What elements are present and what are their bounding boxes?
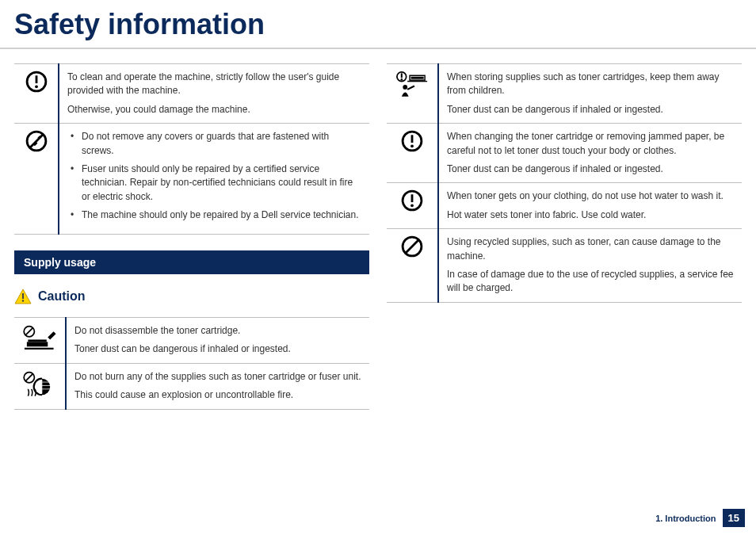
warning-text: Do not burn any of the supplies such as … xyxy=(66,363,369,409)
warning-icon-cell xyxy=(14,317,66,363)
svg-point-27 xyxy=(410,145,414,148)
text-line: Toner dust can be dangerous if inhaled o… xyxy=(447,103,734,117)
warning-text: To clean and operate the machine, strict… xyxy=(59,64,369,124)
svg-point-30 xyxy=(410,204,414,208)
right-column: When storing supplies such as toner cart… xyxy=(387,63,742,421)
text-line: In case of damage due to the use of recy… xyxy=(447,268,734,296)
svg-rect-1 xyxy=(35,75,37,83)
warning-text: Do not remove any covers or guards that … xyxy=(59,124,369,234)
page-title: Safety information xyxy=(0,0,756,49)
chapter-label: 1. Introduction xyxy=(655,514,716,523)
text-line: To clean and operate the machine, strict… xyxy=(67,71,361,98)
caution-label: Caution xyxy=(38,289,86,304)
text-line: Do not disassemble the toner cartridge. xyxy=(74,324,361,338)
text-line: Toner dust can be dangerous if inhaled o… xyxy=(74,342,361,356)
warning-text: When changing the toner cartridge or rem… xyxy=(438,124,742,183)
text-line: When changing the toner cartridge or rem… xyxy=(447,130,734,158)
lower-table: Do not disassemble the toner cartridge. … xyxy=(14,317,369,411)
section-supply-usage: Supply usage xyxy=(14,250,369,274)
text-line: Using recycled supplies, such as toner, … xyxy=(447,235,734,263)
mandatory-icon xyxy=(401,130,423,152)
svg-point-24 xyxy=(403,85,407,90)
svg-rect-5 xyxy=(22,293,24,299)
warning-icon-cell xyxy=(387,229,438,303)
upper-table: To clean and operate the machine, strict… xyxy=(14,63,369,235)
left-column: To clean and operate the machine, strict… xyxy=(14,63,369,421)
warning-icon-cell xyxy=(14,363,66,409)
svg-line-32 xyxy=(406,240,419,254)
table-row: Do not burn any of the supplies such as … xyxy=(14,363,369,409)
text-line: Hot water sets toner into fabric. Use co… xyxy=(447,208,734,222)
list-item: Do not remove any covers or guards that … xyxy=(71,130,361,158)
warning-icon-cell xyxy=(387,183,438,229)
warning-text: Do not disassemble the toner cartridge. … xyxy=(66,317,369,363)
caution-heading: Caution xyxy=(14,289,369,304)
table-row: Do not remove any covers or guards that … xyxy=(14,124,369,234)
page-number: 15 xyxy=(723,509,745,527)
table-row: Do not disassemble the toner cartridge. … xyxy=(14,317,369,363)
table-row: Using recycled supplies, such as toner, … xyxy=(387,229,742,303)
svg-point-6 xyxy=(22,300,24,301)
svg-rect-9 xyxy=(27,342,48,346)
text-line: This could cause an explosion or uncontr… xyxy=(74,388,361,402)
svg-line-13 xyxy=(25,374,32,381)
svg-rect-22 xyxy=(411,77,424,79)
warning-icon-cell xyxy=(14,124,59,234)
mandatory-icon xyxy=(401,189,423,212)
page-footer: 1. Introduction 15 xyxy=(655,509,745,527)
warning-text: Using recycled supplies, such as toner, … xyxy=(438,229,742,303)
warning-text: When toner gets on your clothing, do not… xyxy=(438,183,742,229)
table-row: To clean and operate the machine, strict… xyxy=(14,64,369,124)
table-row: When changing the toner cartridge or rem… xyxy=(387,124,742,183)
svg-rect-29 xyxy=(411,195,414,203)
right-table: When storing supplies such as toner cart… xyxy=(387,63,742,303)
text-line: Toner dust can be dangerous if inhaled o… xyxy=(447,162,734,176)
no-disassemble-cartridge-icon xyxy=(22,324,57,353)
no-burn-icon xyxy=(22,370,57,399)
do-not-disassemble-icon xyxy=(25,130,48,152)
svg-line-4 xyxy=(29,135,43,148)
svg-rect-26 xyxy=(411,135,414,143)
warning-text: When storing supplies such as toner cart… xyxy=(438,64,742,124)
text-line: When storing supplies such as toner cart… xyxy=(447,71,734,98)
text-line: Do not burn any of the supplies such as … xyxy=(74,370,361,384)
svg-rect-10 xyxy=(28,339,46,342)
svg-point-20 xyxy=(400,78,403,81)
text-line: Otherwise, you could damage the machine. xyxy=(67,103,361,117)
svg-point-2 xyxy=(35,85,38,88)
warning-icon-cell xyxy=(14,64,59,124)
text-line: When toner gets on your clothing, do not… xyxy=(447,189,734,203)
warning-icon-cell xyxy=(387,124,438,183)
prohibition-icon xyxy=(401,235,423,258)
mandatory-icon xyxy=(25,71,48,93)
keep-away-children-icon xyxy=(395,71,430,99)
table-row: When toner gets on your clothing, do not… xyxy=(387,183,742,229)
list-item: The machine should only be repaired by a… xyxy=(71,208,361,222)
bullet-list: Do not remove any covers or guards that … xyxy=(67,130,361,222)
caution-triangle-icon xyxy=(14,289,32,304)
content-columns: To clean and operate the machine, strict… xyxy=(0,49,756,435)
svg-rect-19 xyxy=(401,73,403,78)
svg-line-8 xyxy=(25,327,32,334)
table-row: When storing supplies such as toner cart… xyxy=(387,64,742,124)
warning-icon-cell xyxy=(387,64,438,124)
svg-rect-11 xyxy=(25,347,54,349)
list-item: Fuser units should only be repaired by a… xyxy=(71,162,361,204)
